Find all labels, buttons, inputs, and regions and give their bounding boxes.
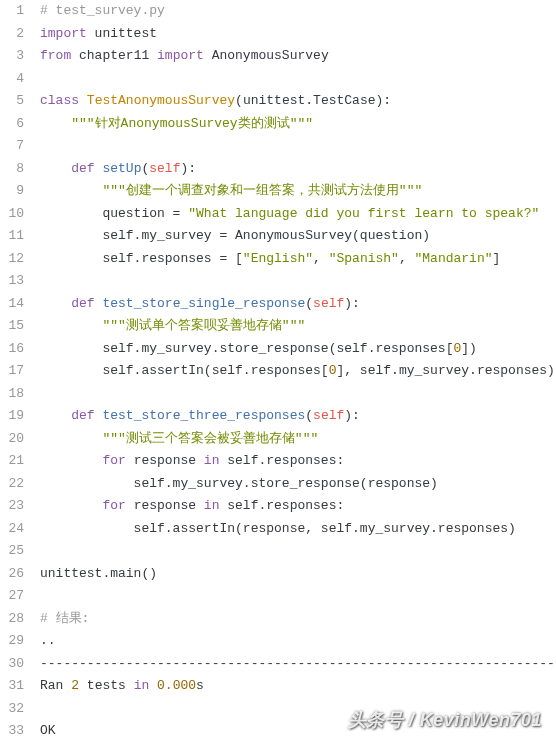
token-self: self bbox=[149, 161, 180, 176]
code-line[interactable]: def setUp(self): bbox=[40, 158, 556, 181]
token-plain: AnonymousSurvey bbox=[204, 48, 329, 63]
token-punct: ( bbox=[305, 296, 313, 311]
token-punct: ): bbox=[180, 161, 196, 176]
line-number: 7 bbox=[8, 135, 24, 158]
code-line[interactable]: import unittest bbox=[40, 23, 556, 46]
token-funcname: test_store_three_responses bbox=[102, 408, 305, 423]
token-plain: self.my_survey = AnonymousSurvey(questio… bbox=[40, 228, 430, 243]
line-number: 22 bbox=[8, 473, 24, 496]
line-number: 13 bbox=[8, 270, 24, 293]
line-number: 11 bbox=[8, 225, 24, 248]
code-line[interactable]: self.my_survey.store_response(self.respo… bbox=[40, 338, 556, 361]
token-number: 0.000 bbox=[157, 678, 196, 693]
line-number: 23 bbox=[8, 495, 24, 518]
line-number: 26 bbox=[8, 563, 24, 586]
token-plain bbox=[149, 678, 157, 693]
token-plain: ]) bbox=[461, 341, 477, 356]
token-string: """测试单个答案呗妥善地存储""" bbox=[102, 318, 305, 333]
token-string: "What language did you first learn to sp… bbox=[188, 206, 539, 221]
code-editor: 1234567891011121314151617181920212223242… bbox=[0, 0, 556, 745]
token-plain bbox=[40, 183, 102, 198]
code-line[interactable]: """创建一个调查对象和一组答案，共测试方法使用""" bbox=[40, 180, 556, 203]
token-punct: ): bbox=[376, 93, 392, 108]
code-line[interactable]: from chapter11 import AnonymousSurvey bbox=[40, 45, 556, 68]
line-number: 25 bbox=[8, 540, 24, 563]
token-funcname: test_store_single_response bbox=[102, 296, 305, 311]
token-plain bbox=[40, 453, 102, 468]
token-classname: TestAnonymousSurvey bbox=[87, 93, 235, 108]
token-plain: self.responses: bbox=[219, 498, 344, 513]
code-line[interactable] bbox=[40, 68, 556, 91]
token-keyword: from bbox=[40, 48, 71, 63]
token-plain: self.assertIn(response, self.my_survey.r… bbox=[40, 521, 516, 536]
token-string: "Spanish" bbox=[329, 251, 399, 266]
code-line[interactable] bbox=[40, 135, 556, 158]
token-plain: , bbox=[313, 251, 329, 266]
code-line[interactable]: for response in self.responses: bbox=[40, 450, 556, 473]
code-line[interactable]: unittest.main() bbox=[40, 563, 556, 586]
line-number: 17 bbox=[8, 360, 24, 383]
code-line[interactable]: self.my_survey.store_response(response) bbox=[40, 473, 556, 496]
code-line[interactable]: class TestAnonymousSurvey(unittest.TestC… bbox=[40, 90, 556, 113]
token-comment: # 结果: bbox=[40, 611, 89, 626]
code-line[interactable]: self.responses = ["English", "Spanish", … bbox=[40, 248, 556, 271]
line-number: 12 bbox=[8, 248, 24, 271]
token-keyword: in bbox=[134, 678, 150, 693]
code-line[interactable] bbox=[40, 383, 556, 406]
token-plain bbox=[40, 498, 102, 513]
code-line[interactable]: ----------------------------------------… bbox=[40, 653, 556, 676]
token-self: self bbox=[313, 408, 344, 423]
code-line[interactable]: .. bbox=[40, 630, 556, 653]
code-line[interactable]: """测试三个答案会被妥善地存储""" bbox=[40, 428, 556, 451]
line-number-gutter: 1234567891011121314151617181920212223242… bbox=[0, 0, 34, 745]
code-line[interactable]: """针对AnonymousSurvey类的测试""" bbox=[40, 113, 556, 136]
line-number: 4 bbox=[8, 68, 24, 91]
token-self: self bbox=[313, 296, 344, 311]
code-line[interactable]: def test_store_single_response(self): bbox=[40, 293, 556, 316]
code-line[interactable]: self.assertIn(self.responses[0], self.my… bbox=[40, 360, 556, 383]
token-plain: self.responses: bbox=[219, 453, 344, 468]
code-line[interactable]: """测试单个答案呗妥善地存储""" bbox=[40, 315, 556, 338]
token-plain bbox=[40, 116, 71, 131]
line-number: 30 bbox=[8, 653, 24, 676]
token-string: """针对AnonymousSurvey类的测试""" bbox=[71, 116, 313, 131]
code-line[interactable]: self.assertIn(response, self.my_survey.r… bbox=[40, 518, 556, 541]
line-number: 21 bbox=[8, 450, 24, 473]
token-keyword: in bbox=[204, 498, 220, 513]
line-number: 8 bbox=[8, 158, 24, 181]
token-keyword: def bbox=[71, 408, 94, 423]
token-plain: response bbox=[126, 498, 204, 513]
line-number: 9 bbox=[8, 180, 24, 203]
token-plain: , bbox=[399, 251, 415, 266]
token-plain: unittest bbox=[87, 26, 157, 41]
code-line[interactable]: self.my_survey = AnonymousSurvey(questio… bbox=[40, 225, 556, 248]
code-line[interactable]: for response in self.responses: bbox=[40, 495, 556, 518]
token-punct: ): bbox=[344, 296, 360, 311]
line-number: 1 bbox=[8, 0, 24, 23]
line-number: 32 bbox=[8, 698, 24, 721]
code-line[interactable]: question = "What language did you first … bbox=[40, 203, 556, 226]
token-plain: Ran bbox=[40, 678, 71, 693]
token-keyword: for bbox=[102, 498, 125, 513]
code-line[interactable]: Ran 2 tests in 0.000s bbox=[40, 675, 556, 698]
code-line[interactable]: def test_store_three_responses(self): bbox=[40, 405, 556, 428]
token-plain: ----------------------------------------… bbox=[40, 656, 556, 671]
line-number: 33 bbox=[8, 720, 24, 743]
line-number: 5 bbox=[8, 90, 24, 113]
token-plain: unittest.main() bbox=[40, 566, 157, 581]
code-line[interactable]: # test_survey.py bbox=[40, 0, 556, 23]
code-line[interactable]: # 结果: bbox=[40, 608, 556, 631]
token-comment: # test_survey.py bbox=[40, 3, 165, 18]
token-plain: self.assertIn(self.responses[ bbox=[40, 363, 329, 378]
code-line[interactable] bbox=[40, 270, 556, 293]
token-plain: ] bbox=[493, 251, 501, 266]
code-line[interactable] bbox=[40, 585, 556, 608]
line-number: 15 bbox=[8, 315, 24, 338]
token-string: """创建一个调查对象和一组答案，共测试方法使用""" bbox=[102, 183, 422, 198]
token-string: """测试三个答案会被妥善地存储""" bbox=[102, 431, 318, 446]
token-plain bbox=[40, 296, 71, 311]
line-number: 10 bbox=[8, 203, 24, 226]
code-line[interactable] bbox=[40, 540, 556, 563]
token-keyword: for bbox=[102, 453, 125, 468]
code-area[interactable]: # test_survey.pyimport unittestfrom chap… bbox=[34, 0, 556, 745]
